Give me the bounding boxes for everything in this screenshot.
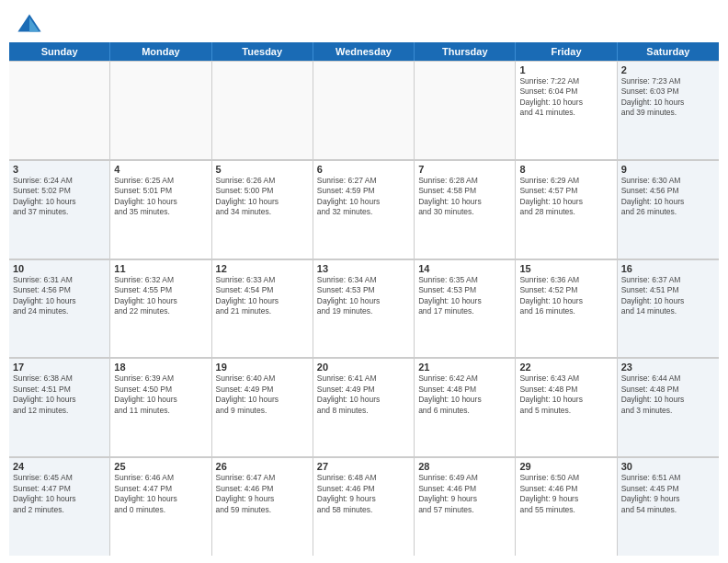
day-number: 16 <box>621 263 715 274</box>
day-cell-13: 13Sunrise: 6:34 AM Sunset: 4:53 PM Dayli… <box>313 260 415 358</box>
day-info: Sunrise: 6:41 AM Sunset: 4:49 PM Dayligh… <box>317 373 410 416</box>
day-info: Sunrise: 6:30 AM Sunset: 4:56 PM Dayligh… <box>621 176 715 218</box>
day-info: Sunrise: 6:37 AM Sunset: 4:51 PM Dayligh… <box>621 275 715 317</box>
day-number: 20 <box>317 362 410 373</box>
day-cell-23: 23Sunrise: 6:44 AM Sunset: 4:48 PM Dayli… <box>618 359 719 456</box>
day-number: 2 <box>621 64 715 75</box>
day-cell-11: 11Sunrise: 6:32 AM Sunset: 4:55 PM Dayli… <box>110 260 211 358</box>
day-cell-30: 30Sunrise: 6:51 AM Sunset: 4:45 PM Dayli… <box>618 458 719 556</box>
day-info: Sunrise: 6:49 AM Sunset: 4:46 PM Dayligh… <box>418 473 511 515</box>
calendar-header: SundayMondayTuesdayWednesdayThursdayFrid… <box>9 42 719 61</box>
day-info: Sunrise: 6:35 AM Sunset: 4:53 PM Dayligh… <box>418 275 511 317</box>
day-cell-27: 27Sunrise: 6:48 AM Sunset: 4:46 PM Dayli… <box>313 458 415 556</box>
day-info: Sunrise: 6:48 AM Sunset: 4:46 PM Dayligh… <box>317 473 410 515</box>
day-info: Sunrise: 6:42 AM Sunset: 4:48 PM Dayligh… <box>418 373 511 416</box>
day-cell-6: 6Sunrise: 6:27 AM Sunset: 4:59 PM Daylig… <box>313 161 415 259</box>
logo-icon <box>17 11 42 37</box>
day-cell-21: 21Sunrise: 6:42 AM Sunset: 4:48 PM Dayli… <box>415 359 516 456</box>
calendar: SundayMondayTuesdayWednesdayThursdayFrid… <box>0 42 728 563</box>
day-cell-18: 18Sunrise: 6:39 AM Sunset: 4:50 PM Dayli… <box>110 359 211 456</box>
day-cell-24: 24Sunrise: 6:45 AM Sunset: 4:47 PM Dayli… <box>9 458 110 556</box>
day-number: 12 <box>216 263 309 274</box>
empty-cell <box>9 62 110 159</box>
day-info: Sunrise: 6:27 AM Sunset: 4:59 PM Dayligh… <box>317 176 410 218</box>
day-cell-19: 19Sunrise: 6:40 AM Sunset: 4:49 PM Dayli… <box>212 359 313 456</box>
day-cell-12: 12Sunrise: 6:33 AM Sunset: 4:54 PM Dayli… <box>212 260 313 358</box>
day-number: 28 <box>418 461 511 472</box>
day-number: 15 <box>519 263 612 274</box>
day-info: Sunrise: 6:25 AM Sunset: 5:01 PM Dayligh… <box>114 176 207 218</box>
week-row-4: 17Sunrise: 6:38 AM Sunset: 4:51 PM Dayli… <box>9 358 719 457</box>
day-info: Sunrise: 6:36 AM Sunset: 4:52 PM Dayligh… <box>519 275 612 317</box>
day-cell-2: 2Sunrise: 7:23 AM Sunset: 6:03 PM Daylig… <box>618 62 719 159</box>
day-number: 29 <box>519 461 612 472</box>
empty-cell <box>313 62 415 159</box>
day-number: 13 <box>317 263 410 274</box>
empty-cell <box>212 62 313 159</box>
day-info: Sunrise: 6:26 AM Sunset: 5:00 PM Dayligh… <box>216 176 309 218</box>
logo <box>17 11 48 37</box>
day-cell-29: 29Sunrise: 6:50 AM Sunset: 4:46 PM Dayli… <box>516 458 617 556</box>
day-cell-14: 14Sunrise: 6:35 AM Sunset: 4:53 PM Dayli… <box>415 260 516 358</box>
day-number: 24 <box>13 461 106 472</box>
day-cell-3: 3Sunrise: 6:24 AM Sunset: 5:02 PM Daylig… <box>9 161 110 259</box>
day-info: Sunrise: 6:40 AM Sunset: 4:49 PM Dayligh… <box>216 373 309 416</box>
day-cell-7: 7Sunrise: 6:28 AM Sunset: 4:58 PM Daylig… <box>415 161 516 259</box>
empty-cell <box>415 62 516 159</box>
day-number: 5 <box>216 164 309 175</box>
day-number: 19 <box>216 362 309 373</box>
calendar-body: 1Sunrise: 7:22 AM Sunset: 6:04 PM Daylig… <box>9 61 719 556</box>
header <box>0 0 728 42</box>
day-cell-17: 17Sunrise: 6:38 AM Sunset: 4:51 PM Dayli… <box>9 359 110 456</box>
day-info: Sunrise: 6:43 AM Sunset: 4:48 PM Dayligh… <box>519 373 612 416</box>
day-cell-25: 25Sunrise: 6:46 AM Sunset: 4:47 PM Dayli… <box>110 458 211 556</box>
day-number: 7 <box>418 164 511 175</box>
day-info: Sunrise: 6:50 AM Sunset: 4:46 PM Dayligh… <box>519 473 612 515</box>
header-day-friday: Friday <box>516 42 617 61</box>
day-number: 3 <box>13 164 106 175</box>
day-cell-22: 22Sunrise: 6:43 AM Sunset: 4:48 PM Dayli… <box>516 359 617 456</box>
day-cell-8: 8Sunrise: 6:29 AM Sunset: 4:57 PM Daylig… <box>516 161 617 259</box>
day-cell-15: 15Sunrise: 6:36 AM Sunset: 4:52 PM Dayli… <box>516 260 617 358</box>
day-number: 17 <box>13 362 106 373</box>
day-info: Sunrise: 6:33 AM Sunset: 4:54 PM Dayligh… <box>216 275 309 317</box>
day-number: 8 <box>519 164 612 175</box>
day-info: Sunrise: 6:51 AM Sunset: 4:45 PM Dayligh… <box>621 473 715 515</box>
day-cell-5: 5Sunrise: 6:26 AM Sunset: 5:00 PM Daylig… <box>212 161 313 259</box>
day-cell-1: 1Sunrise: 7:22 AM Sunset: 6:04 PM Daylig… <box>516 62 617 159</box>
day-info: Sunrise: 6:29 AM Sunset: 4:57 PM Dayligh… <box>519 176 612 218</box>
day-info: Sunrise: 6:47 AM Sunset: 4:46 PM Dayligh… <box>216 473 309 515</box>
day-info: Sunrise: 6:39 AM Sunset: 4:50 PM Dayligh… <box>114 373 207 416</box>
header-day-tuesday: Tuesday <box>212 42 313 61</box>
day-cell-28: 28Sunrise: 6:49 AM Sunset: 4:46 PM Dayli… <box>415 458 516 556</box>
day-number: 26 <box>216 461 309 472</box>
week-row-5: 24Sunrise: 6:45 AM Sunset: 4:47 PM Dayli… <box>9 457 719 556</box>
empty-cell <box>110 62 211 159</box>
day-info: Sunrise: 6:31 AM Sunset: 4:56 PM Dayligh… <box>13 275 106 317</box>
header-day-sunday: Sunday <box>9 42 110 61</box>
day-cell-20: 20Sunrise: 6:41 AM Sunset: 4:49 PM Dayli… <box>313 359 415 456</box>
header-day-monday: Monday <box>110 42 211 61</box>
day-cell-9: 9Sunrise: 6:30 AM Sunset: 4:56 PM Daylig… <box>618 161 719 259</box>
day-number: 30 <box>621 461 715 472</box>
day-info: Sunrise: 6:45 AM Sunset: 4:47 PM Dayligh… <box>13 473 106 515</box>
day-number: 27 <box>317 461 410 472</box>
day-cell-4: 4Sunrise: 6:25 AM Sunset: 5:01 PM Daylig… <box>110 161 211 259</box>
day-info: Sunrise: 7:23 AM Sunset: 6:03 PM Dayligh… <box>621 76 715 119</box>
week-row-2: 3Sunrise: 6:24 AM Sunset: 5:02 PM Daylig… <box>9 160 719 259</box>
header-day-saturday: Saturday <box>618 42 719 61</box>
week-row-1: 1Sunrise: 7:22 AM Sunset: 6:04 PM Daylig… <box>9 61 719 160</box>
day-number: 25 <box>114 461 207 472</box>
day-info: Sunrise: 6:28 AM Sunset: 4:58 PM Dayligh… <box>418 176 511 218</box>
day-number: 18 <box>114 362 207 373</box>
day-number: 21 <box>418 362 511 373</box>
day-info: Sunrise: 7:22 AM Sunset: 6:04 PM Dayligh… <box>519 76 612 119</box>
header-day-wednesday: Wednesday <box>313 42 415 61</box>
day-number: 4 <box>114 164 207 175</box>
page: SundayMondayTuesdayWednesdayThursdayFrid… <box>0 0 728 563</box>
day-cell-26: 26Sunrise: 6:47 AM Sunset: 4:46 PM Dayli… <box>212 458 313 556</box>
day-info: Sunrise: 6:32 AM Sunset: 4:55 PM Dayligh… <box>114 275 207 317</box>
week-row-3: 10Sunrise: 6:31 AM Sunset: 4:56 PM Dayli… <box>9 259 719 359</box>
day-number: 14 <box>418 263 511 274</box>
day-info: Sunrise: 6:24 AM Sunset: 5:02 PM Dayligh… <box>13 176 106 218</box>
